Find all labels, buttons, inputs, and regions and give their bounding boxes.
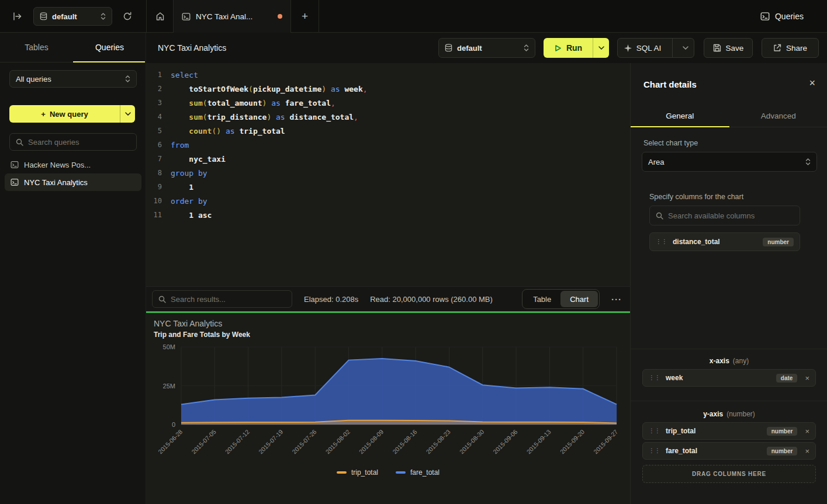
sql-line[interactable]: 3 sum(total_amount) as fare_total,	[146, 96, 630, 110]
sidebar-tab-queries[interactable]: Queries	[73, 33, 146, 62]
x-axis-title: x-axis	[710, 357, 729, 365]
new-query-label: New query	[50, 110, 88, 119]
columns-label: Specify columns for the chart	[649, 193, 743, 201]
results-search-input[interactable]	[171, 295, 286, 304]
y-axis-column-trip-total[interactable]: ⋮⋮ trip_total number ×	[642, 422, 816, 440]
results-more-button[interactable]: ···	[611, 294, 622, 304]
editor-database-value: default	[457, 44, 519, 53]
drag-handle-icon[interactable]: ⋮⋮	[649, 428, 660, 434]
share-button[interactable]: Share	[762, 38, 819, 58]
new-query-button[interactable]: +New query	[9, 105, 135, 123]
legend-item-fare-total[interactable]: fare_total	[396, 468, 440, 477]
remove-column-icon[interactable]: ×	[805, 447, 809, 456]
column-type-badge: date	[776, 374, 798, 383]
home-tab[interactable]	[146, 0, 174, 33]
sql-editor[interactable]: 1select2 toStartOfWeek(pickup_datetime) …	[146, 63, 630, 286]
run-options-caret[interactable]	[593, 38, 609, 58]
search-icon	[16, 138, 23, 146]
available-column-distance-total[interactable]: ⋮⋮ distance_total number	[649, 232, 800, 251]
drag-handle-icon[interactable]: ⋮⋮	[649, 375, 660, 381]
line-number: 4	[146, 113, 162, 121]
drag-handle-icon[interactable]: ⋮⋮	[649, 448, 660, 454]
tab-nyc-taxi-analytics[interactable]: NYC Taxi Anal...	[174, 0, 291, 33]
drag-handle-icon[interactable]: ⋮⋮	[656, 239, 667, 245]
queries-filter-value: All queries	[16, 75, 120, 84]
x-tick-label: 2015-09-06	[492, 428, 519, 456]
new-query-caret[interactable]	[120, 105, 135, 123]
x-tick-label: 2015-09-13	[525, 428, 552, 456]
sql-line[interactable]: 9 1	[146, 180, 630, 194]
sql-line[interactable]: 7 nyc_taxi	[146, 152, 630, 166]
section-divider	[631, 349, 827, 349]
remove-column-icon[interactable]: ×	[805, 427, 809, 436]
line-number: 2	[146, 85, 162, 93]
sql-line[interactable]: 11 1 asc	[146, 208, 630, 222]
y-axis-column-fare-total[interactable]: ⋮⋮ fare_total number ×	[642, 442, 816, 460]
x-tick-label: 2015-08-16	[391, 428, 418, 456]
sql-ai-button[interactable]: SQL AI	[617, 38, 694, 58]
x-tick-label: 2015-09-27	[592, 428, 620, 456]
sidebar-toggle-button[interactable]	[13, 12, 22, 21]
x-axis-hint: (any)	[733, 357, 749, 365]
home-icon	[155, 12, 165, 21]
chart-type-select[interactable]: Area	[642, 152, 817, 172]
line-number: 10	[146, 197, 162, 205]
play-icon	[554, 44, 562, 52]
sidebar-search-input[interactable]	[28, 138, 130, 147]
area-fare_total	[181, 359, 617, 425]
plus-icon: +	[41, 110, 46, 119]
legend-swatch	[337, 471, 347, 474]
results-chart-section: 025M50M2015-06-282015-07-052015-07-12201…	[146, 313, 630, 504]
sql-code: order by	[162, 197, 207, 206]
sql-line[interactable]: 5 count() as trip_total	[146, 124, 630, 138]
sidebar-tab-tables[interactable]: Tables	[0, 33, 73, 62]
refresh-button[interactable]	[123, 12, 132, 21]
query-tab-icon	[182, 12, 191, 21]
tab-general[interactable]: General	[631, 105, 729, 127]
y-axis-hint: (number)	[726, 410, 755, 418]
sql-code: sum(total_amount) as fare_total,	[162, 99, 335, 107]
sql-code: group by	[162, 169, 207, 178]
share-label: Share	[786, 44, 807, 53]
sidebar-item-nyc-taxi[interactable]: NYC Taxi Analytics	[5, 173, 141, 191]
sql-ai-caret[interactable]	[677, 46, 694, 50]
line-number: 9	[146, 183, 162, 191]
queries-top-button[interactable]: Queries	[760, 0, 804, 33]
x-tick-label: 2015-07-12	[224, 428, 251, 456]
columns-search	[649, 206, 800, 225]
select-caret-icon	[125, 75, 130, 83]
topbar-database-select[interactable]: default	[33, 7, 112, 26]
sql-line[interactable]: 6from	[146, 138, 630, 152]
sql-line[interactable]: 10order by	[146, 194, 630, 208]
sidebar-item-hacker-news[interactable]: Hacker News Pos...	[5, 156, 141, 173]
query-item-icon	[11, 161, 19, 169]
y-tick-label: 50M	[163, 343, 175, 350]
tab-advanced[interactable]: Advanced	[729, 105, 827, 127]
view-table-button[interactable]: Table	[524, 291, 560, 307]
x-axis-column-week[interactable]: ⋮⋮ week date ×	[642, 369, 816, 387]
save-button[interactable]: Save	[704, 38, 753, 58]
run-button[interactable]: Run	[544, 38, 609, 58]
column-name: distance_total	[673, 238, 720, 246]
search-icon	[656, 212, 663, 220]
new-tab-button[interactable]: +	[291, 0, 319, 33]
sql-line[interactable]: 2 toStartOfWeek(pickup_datetime) as week…	[146, 82, 630, 96]
button-divider	[672, 39, 673, 57]
sql-line[interactable]: 4 sum(trip_distance) as distance_total,	[146, 110, 630, 124]
drag-columns-drop-zone[interactable]: DRAG COLUMNS HERE	[642, 465, 816, 483]
sparkle-icon	[624, 44, 632, 52]
results-search	[152, 290, 292, 308]
editor-database-select[interactable]: default	[438, 38, 535, 58]
close-icon[interactable]: ×	[809, 77, 815, 89]
remove-column-icon[interactable]: ×	[805, 374, 809, 383]
panel-title: Chart details	[643, 79, 697, 89]
columns-search-input[interactable]	[668, 211, 794, 220]
legend-item-trip-total[interactable]: trip_total	[337, 468, 378, 477]
sql-line[interactable]: 1select	[146, 68, 630, 82]
database-icon	[445, 44, 452, 52]
sql-line[interactable]: 8group by	[146, 166, 630, 180]
view-chart-button[interactable]: Chart	[560, 291, 598, 307]
sql-code: 1	[162, 183, 193, 192]
queries-filter-select[interactable]: All queries	[9, 70, 137, 88]
active-tab-underline	[631, 126, 729, 127]
